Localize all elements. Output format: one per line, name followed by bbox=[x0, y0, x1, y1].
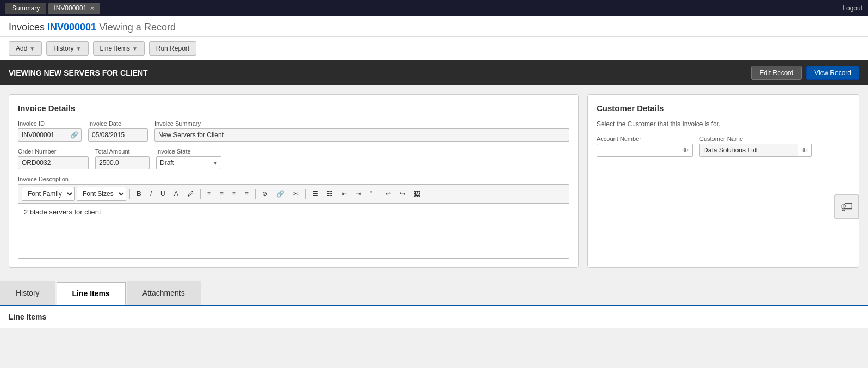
rte-container: Font Family Font Sizes B I U A 🖍 ≡ ≡ ≡ ≡ bbox=[18, 184, 569, 259]
tab-content-title: Line Items bbox=[0, 305, 868, 328]
top-nav: Summary INV000001 ✕ Logout bbox=[0, 0, 868, 16]
font-family-select[interactable]: Font Family bbox=[22, 187, 75, 201]
invoice-state-label: Invoice State bbox=[156, 148, 221, 155]
image-button[interactable]: 🖼 bbox=[411, 188, 424, 199]
invoice-summary-label: Invoice Summary bbox=[154, 120, 569, 127]
summary-tab[interactable]: Summary bbox=[5, 3, 46, 14]
align-center-button[interactable]: ≡ bbox=[216, 188, 227, 199]
line-items-chevron-icon: ▼ bbox=[132, 46, 138, 52]
order-num-input[interactable] bbox=[18, 156, 89, 169]
invoice-summary-group: Invoice Summary bbox=[154, 120, 569, 142]
add-label: Add bbox=[16, 45, 27, 52]
invoice-id-input bbox=[18, 129, 67, 141]
bottom-tabs: History Line Items Attachments bbox=[0, 281, 868, 305]
view-record-button[interactable]: View Record bbox=[806, 66, 859, 80]
customer-name-input[interactable] bbox=[700, 144, 798, 156]
line-items-button[interactable]: Line Items ▼ bbox=[93, 41, 145, 56]
add-chevron-icon: ▼ bbox=[29, 46, 35, 52]
account-eye-icon[interactable]: 👁 bbox=[679, 146, 692, 155]
total-amt-group: Total Amount bbox=[95, 148, 150, 169]
remove-format-button[interactable]: ⊘ bbox=[259, 188, 271, 199]
total-amt-label: Total Amount bbox=[95, 148, 150, 155]
customer-name-field: 👁 bbox=[699, 144, 812, 157]
invoice-details-title: Invoice Details bbox=[18, 103, 569, 113]
account-row: Account Number 👁 Customer Name 👁 bbox=[597, 136, 850, 157]
italic-button[interactable]: I bbox=[147, 188, 155, 199]
tab-attachments[interactable]: Attachments bbox=[127, 281, 201, 305]
rte-divider-4 bbox=[305, 189, 306, 199]
unlink-button[interactable]: ✂ bbox=[290, 188, 302, 199]
breadcrumb-invoices: Invoices bbox=[9, 22, 45, 33]
tab-line-items[interactable]: Line Items bbox=[57, 282, 126, 305]
invoice-tab[interactable]: INV000001 ✕ bbox=[48, 3, 100, 14]
rte-divider-1 bbox=[129, 189, 130, 199]
invoice-summary-input[interactable] bbox=[154, 128, 569, 142]
line-items-label: Line Items bbox=[100, 45, 130, 52]
history-button[interactable]: History ▼ bbox=[46, 41, 88, 56]
invoice-state-select[interactable]: Draft Sent Paid Cancelled bbox=[156, 156, 221, 169]
account-num-label: Account Number bbox=[597, 136, 693, 142]
underline-button[interactable]: U bbox=[157, 188, 169, 199]
invoice-id-group: Invoice ID 🔗 bbox=[18, 120, 82, 142]
page-header: Invoices INV000001 Viewing a Record bbox=[0, 16, 868, 37]
undo-button[interactable]: ↩ bbox=[382, 188, 394, 199]
order-num-group: Order Number bbox=[18, 148, 89, 169]
outdent-button[interactable]: ⇤ bbox=[338, 188, 350, 199]
logout-button[interactable]: Logout bbox=[842, 4, 863, 12]
banner-text: VIEWING NEW SERVERS FOR CLIENT bbox=[9, 69, 148, 77]
indent-button[interactable]: ⇥ bbox=[352, 188, 364, 199]
invoice-id-field: 🔗 bbox=[18, 128, 82, 142]
account-num-group: Account Number 👁 bbox=[597, 136, 693, 157]
rte-body[interactable]: 2 blade servers for client bbox=[18, 204, 569, 258]
viewing-text: Viewing a Record bbox=[99, 22, 176, 33]
redo-button[interactable]: ↪ bbox=[396, 188, 408, 199]
bullet-list-button[interactable]: ☰ bbox=[309, 188, 321, 199]
banner-actions: Edit Record View Record bbox=[751, 66, 859, 80]
align-left-button[interactable]: ≡ bbox=[204, 188, 214, 199]
customer-details-card: Customer Details Select the Customer tha… bbox=[587, 94, 859, 268]
customer-name-group: Customer Name 👁 bbox=[699, 136, 812, 157]
order-num-label: Order Number bbox=[18, 148, 89, 155]
rte-toolbar: Font Family Font Sizes B I U A 🖍 ≡ ≡ ≡ ≡ bbox=[18, 185, 569, 204]
form-row-1: Invoice ID 🔗 Invoice Date Invoice Summar… bbox=[18, 120, 569, 142]
account-num-field: 👁 bbox=[597, 144, 693, 157]
breadcrumb-inv-id: INV000001 bbox=[47, 22, 96, 33]
history-chevron-icon: ▼ bbox=[76, 46, 82, 52]
desc-label: Invoice Description bbox=[18, 176, 569, 182]
ordered-list-button[interactable]: ☷ bbox=[324, 188, 336, 199]
tag-icon[interactable]: 🏷 bbox=[834, 194, 859, 219]
invoice-date-label: Invoice Date bbox=[88, 120, 148, 127]
bold-button[interactable]: B bbox=[133, 188, 145, 199]
align-justify-button[interactable]: ≡ bbox=[241, 188, 252, 199]
toolbar: Add ▼ History ▼ Line Items ▼ Run Report bbox=[0, 37, 868, 60]
customer-desc: Select the Customer that this Invoice is… bbox=[597, 120, 850, 128]
bottom-tabs-wrapper: History Line Items Attachments Line Item… bbox=[0, 281, 868, 328]
invoice-tab-label: INV000001 bbox=[54, 4, 86, 12]
rte-divider-3 bbox=[255, 189, 256, 199]
run-report-label: Run Report bbox=[156, 45, 189, 52]
font-size-select[interactable]: Font Sizes bbox=[77, 187, 126, 201]
customer-details-title: Customer Details bbox=[597, 103, 850, 113]
customer-eye-icon[interactable]: 👁 bbox=[798, 146, 811, 155]
invoice-id-label: Invoice ID bbox=[18, 120, 82, 127]
align-right-button[interactable]: ≡ bbox=[229, 188, 239, 199]
color-button[interactable]: A bbox=[171, 188, 182, 199]
link-button[interactable]: 🔗 bbox=[273, 188, 288, 199]
edit-record-button[interactable]: Edit Record bbox=[751, 66, 802, 80]
highlight-button[interactable]: 🖍 bbox=[184, 188, 197, 199]
history-label: History bbox=[53, 45, 73, 52]
run-report-button[interactable]: Run Report bbox=[149, 41, 196, 56]
tab-history[interactable]: History bbox=[0, 281, 55, 305]
quote-button[interactable]: " bbox=[367, 188, 375, 199]
state-select-wrap: Draft Sent Paid Cancelled ▼ bbox=[156, 156, 221, 169]
link-icon[interactable]: 🔗 bbox=[67, 131, 81, 139]
add-button[interactable]: Add ▼ bbox=[9, 41, 42, 56]
rte-divider-5 bbox=[379, 189, 379, 199]
account-num-input[interactable] bbox=[597, 144, 679, 156]
desc-group: Invoice Description Font Family Font Siz… bbox=[18, 176, 569, 259]
invoice-date-input[interactable] bbox=[88, 128, 148, 142]
invoice-date-group: Invoice Date bbox=[88, 120, 148, 142]
close-icon[interactable]: ✕ bbox=[90, 5, 95, 12]
total-amt-input[interactable] bbox=[95, 156, 150, 169]
section-banner: VIEWING NEW SERVERS FOR CLIENT Edit Reco… bbox=[0, 60, 868, 85]
